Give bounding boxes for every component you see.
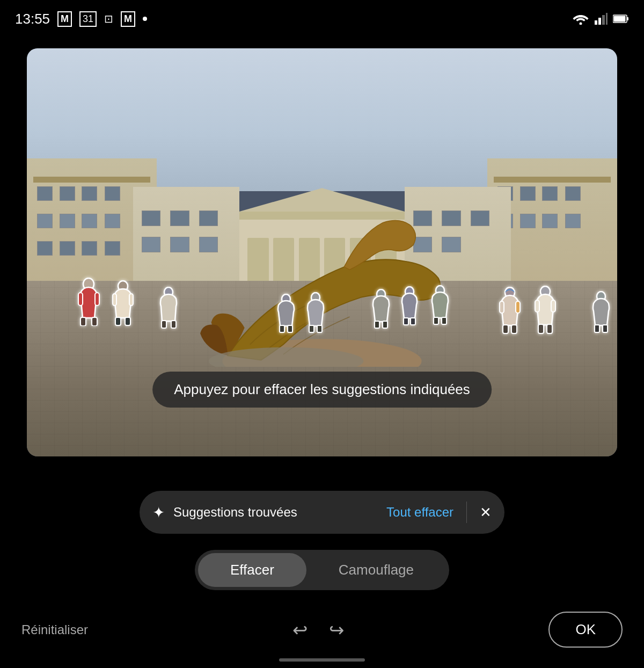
svg-rect-19 <box>129 294 133 306</box>
svg-rect-50 <box>603 325 608 332</box>
redo-button[interactable]: ↪ <box>329 619 344 641</box>
wifi-icon <box>572 13 589 25</box>
svg-rect-37 <box>442 317 447 324</box>
person-silhouette-1 <box>74 278 104 326</box>
banner-divider <box>466 502 467 523</box>
sparkle-icon: ✦ <box>152 504 165 521</box>
status-right <box>572 13 629 25</box>
photo-scene: Appuyez pour effacer les suggestions ind… <box>27 48 617 456</box>
svg-rect-45 <box>547 324 552 333</box>
bottom-panel: ✦ Suggestions trouvées Tout effacer ✕ Ef… <box>0 480 644 668</box>
svg-rect-12 <box>92 317 97 326</box>
svg-rect-21 <box>162 321 166 328</box>
person-silhouette-7 <box>399 286 420 326</box>
reset-button[interactable]: Réinitialiser <box>21 622 88 637</box>
svg-rect-7 <box>627 17 628 20</box>
svg-rect-39 <box>503 325 508 333</box>
svg-rect-6 <box>614 16 626 22</box>
close-suggestions-button[interactable]: ✕ <box>480 504 492 521</box>
person-silhouette-3 <box>157 287 181 330</box>
svg-rect-16 <box>115 317 121 325</box>
svg-rect-13 <box>78 293 83 306</box>
undo-redo-group: ↩ ↪ <box>292 619 344 641</box>
hint-text: Appuyez pour effacer les suggestions ind… <box>174 381 470 397</box>
person-silhouette-10 <box>532 286 558 334</box>
svg-rect-1 <box>595 20 597 25</box>
svg-rect-24 <box>280 325 284 332</box>
svg-rect-40 <box>511 325 517 333</box>
suggestions-banner: ✦ Suggestions trouvées Tout effacer ✕ <box>140 491 504 534</box>
svg-rect-3 <box>602 15 605 25</box>
svg-rect-34 <box>411 318 415 325</box>
notification-dot <box>143 17 147 21</box>
svg-rect-36 <box>434 317 438 324</box>
svg-rect-47 <box>551 300 555 312</box>
person-silhouette-9 <box>497 287 523 334</box>
time-display: 13:55 <box>15 11 50 27</box>
person-silhouette-4 <box>275 294 297 334</box>
status-left: 13:55 M 31 ⊡ M <box>15 11 147 27</box>
mode-tabs: Effacer Camouflage <box>195 550 449 590</box>
svg-rect-14 <box>95 293 99 306</box>
svg-rect-42 <box>516 301 520 313</box>
person-silhouette-2 <box>109 280 136 326</box>
home-indicator <box>279 658 365 662</box>
signal-icon <box>595 13 608 25</box>
suggestions-text: Suggestions trouvées <box>173 505 378 520</box>
undo-button[interactable]: ↩ <box>292 619 308 641</box>
svg-rect-41 <box>500 301 504 313</box>
svg-point-0 <box>580 23 582 25</box>
svg-rect-22 <box>171 321 176 328</box>
actions-row: Réinitialiser ↩ ↪ OK <box>0 606 644 653</box>
person-silhouette-5 <box>304 292 327 334</box>
person-silhouette-6 <box>369 289 393 330</box>
svg-rect-2 <box>598 18 601 25</box>
tab-effacer[interactable]: Effacer <box>198 553 306 587</box>
ok-button[interactable]: OK <box>548 612 623 648</box>
svg-rect-33 <box>404 318 408 325</box>
svg-rect-31 <box>383 321 387 328</box>
tab-camouflage[interactable]: Camouflage <box>306 553 446 587</box>
gmail-icon: M <box>57 11 72 27</box>
svg-rect-18 <box>113 294 116 306</box>
calendar-icon: 31 <box>79 11 97 27</box>
gmail2-icon: M <box>121 11 135 27</box>
tree-sculpture <box>174 212 470 367</box>
hint-tooltip[interactable]: Appuyez pour effacer les suggestions ind… <box>152 372 492 408</box>
svg-rect-4 <box>606 13 608 25</box>
battery-icon <box>613 14 629 24</box>
svg-rect-25 <box>288 325 292 332</box>
status-bar: 13:55 M 31 ⊡ M <box>0 0 644 38</box>
svg-rect-28 <box>317 325 322 332</box>
svg-rect-46 <box>535 300 539 312</box>
svg-rect-11 <box>80 317 86 326</box>
svg-rect-49 <box>595 325 599 332</box>
svg-rect-44 <box>538 324 544 333</box>
person-silhouette-8 <box>428 285 452 326</box>
person-silhouette-11 <box>591 291 611 334</box>
svg-rect-30 <box>375 321 379 328</box>
tout-effacer-button[interactable]: Tout effacer <box>386 505 453 520</box>
photo-area[interactable]: Appuyez pour effacer les suggestions ind… <box>27 48 617 456</box>
svg-rect-27 <box>309 325 314 332</box>
svg-rect-17 <box>125 317 130 325</box>
instagram-icon: ⊡ <box>104 12 113 25</box>
